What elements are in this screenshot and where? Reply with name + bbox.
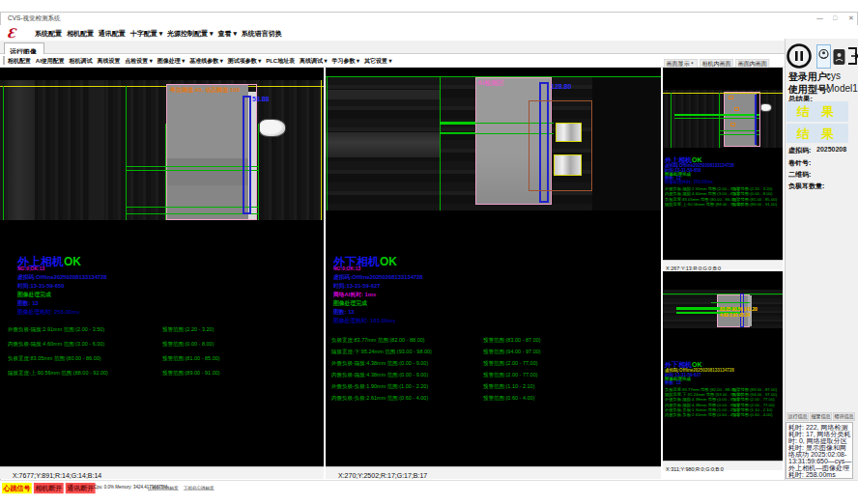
image-band bbox=[592, 76, 661, 210]
toolbar-item-10[interactable]: 学习参数 ▾ bbox=[331, 57, 359, 65]
lower-camera-trigger[interactable]: 下相机心跳触发 bbox=[184, 485, 214, 490]
toolbar-item-8[interactable]: PLC地址表 bbox=[266, 57, 295, 65]
measurement-main: 隔膜宽度-上:90.56mm 范围:(88.00 - 92.00) bbox=[8, 369, 108, 377]
ng-line: NG:0;OK:13 bbox=[17, 266, 44, 271]
minimize-button[interactable]: — bbox=[816, 14, 823, 22]
ai-region-label: AI检测区 bbox=[477, 78, 504, 88]
overlay-green-line bbox=[719, 134, 759, 135]
coord-text: X:7677;Y:891;R:14;G:14;B:14 bbox=[13, 472, 101, 480]
toolbar-item-0[interactable]: 相机配置 bbox=[8, 57, 31, 65]
heartbeat-chip: 心跳信号 bbox=[2, 483, 32, 493]
menu-item-6[interactable]: 系统语言切换 bbox=[242, 29, 282, 39]
image-band bbox=[8, 80, 35, 220]
app-logo-icon: Ɛ bbox=[7, 26, 15, 41]
frame-line: 图数: 13 bbox=[333, 308, 355, 316]
maximize-button[interactable]: □ bbox=[833, 14, 837, 22]
camera-image-left: 53.88 寻边阈值:93, 动态阈值:100 bbox=[0, 80, 324, 220]
toolbar-item-9[interactable]: 离线调试 ▾ bbox=[300, 57, 328, 65]
toolbar-item-6[interactable]: 基准线参数 ▾ bbox=[189, 57, 223, 65]
overlay-green-line bbox=[126, 170, 258, 171]
barcode-line: 虚拟码:Offline20250208133134728 bbox=[17, 273, 107, 281]
done-line: 图像处理完成 bbox=[333, 299, 367, 307]
measurement-main: 隔膜宽度-下:95.24mm 范围:(93.00 - 98.00) bbox=[331, 348, 432, 355]
measurement-main: 负极宽度:83.05mm 范围:(80.00 - 86.00) bbox=[8, 354, 101, 362]
measurement-main: 外侧负极-隔膜:2.91mm 范围:(2.00 - 3.50) bbox=[8, 325, 104, 333]
overlay-blue-rect bbox=[243, 96, 251, 214]
info-tab-2[interactable]: 错误信息 bbox=[833, 412, 855, 421]
login-user-button[interactable] bbox=[816, 44, 831, 69]
info-tab-0[interactable]: 运行信息 bbox=[786, 412, 809, 421]
orange-mark bbox=[730, 123, 735, 126]
measurement-warn: 预警范围:(2.00 - 77.00) bbox=[483, 371, 538, 378]
tab-blob bbox=[760, 103, 772, 112]
roll-pin-label: 卷针号: bbox=[788, 158, 811, 168]
ng-line: NG:0;OK:13 bbox=[333, 266, 360, 271]
exit-button[interactable] bbox=[846, 44, 858, 68]
overlay-green-line bbox=[126, 213, 258, 214]
blue-measure-label: 128.80 bbox=[551, 83, 571, 91]
toolbar-item-4[interactable]: 点检设置 ▾ bbox=[125, 57, 153, 65]
measurement-warn: 预警范围:(1.10 - 2.10) bbox=[483, 382, 534, 390]
app-window: CVS-视觉检测系统 — □ ✕ Ɛ 系统配置相机配置通讯配置十字配置 ▾光源控… bbox=[0, 0, 858, 504]
measurement-main: 内侧负极-隔膜:4.38mm 范围:(0.00 - 9.00) bbox=[331, 371, 428, 378]
toolbar-item-2[interactable]: 相机调试 bbox=[70, 57, 93, 65]
tab-run-image[interactable]: 运行图像 bbox=[4, 42, 44, 54]
comm-status-chip: 通讯断开 bbox=[66, 483, 96, 493]
overlay-yellow-line bbox=[663, 93, 783, 94]
close-button[interactable]: ✕ bbox=[848, 14, 854, 22]
overlay-green-line bbox=[674, 118, 759, 119]
menu-item-5[interactable]: 查看 ▾ bbox=[217, 29, 236, 39]
menu-item-4[interactable]: 光源控制配置 ▾ bbox=[167, 29, 213, 39]
toolbar-item-7[interactable]: 测试项参数 ▾ bbox=[228, 57, 262, 65]
menu-item-2[interactable]: 通讯配置 bbox=[99, 29, 126, 39]
login-user-value: cys bbox=[826, 70, 841, 81]
overlay-green-line bbox=[165, 124, 166, 220]
overlay-green-line bbox=[126, 166, 258, 167]
info-tab-1[interactable]: 报警信息 bbox=[810, 412, 832, 421]
toolbar-item-11[interactable]: 其它设置 ▾ bbox=[364, 57, 392, 65]
toolbar-grip bbox=[3, 56, 5, 65]
user-button[interactable] bbox=[833, 47, 845, 67]
menu-item-0[interactable]: 系统配置 bbox=[35, 29, 62, 39]
measurement-main: 外侧负极-负极:1.90mm 范围:(1.00 - 2.20) bbox=[331, 382, 428, 390]
camera-status-chip: 相机断开 bbox=[34, 483, 64, 493]
image-band bbox=[89, 80, 104, 220]
info-box: 耗时: 222, 网络检测耗时: 17, 网络分类耗时: 0, 网络提取分区耗时… bbox=[786, 422, 853, 479]
time-line: 时间:13-31-59-627 bbox=[333, 282, 380, 290]
overlay-green-line bbox=[674, 114, 759, 116]
pause-button[interactable] bbox=[786, 42, 813, 70]
upper-camera-trigger[interactable]: 上相机心跳触发 bbox=[148, 485, 179, 490]
toolbar-items: 相机配置AI使用配置相机调试离线设置点检设置 ▾图像处理 ▾基准线参数 ▾测试项… bbox=[8, 57, 392, 65]
camera-result-text: OK bbox=[64, 255, 81, 268]
frame-line: 图数: 13 bbox=[17, 299, 39, 307]
measurement-main: 负极宽度:83.77mm 范围:(82.00 - 88.00) bbox=[331, 336, 425, 344]
camera-image-mini-top bbox=[663, 90, 783, 148]
overlay-yellow-line bbox=[321, 80, 322, 220]
coord-text: X:270;Y:2502;R:17;G:17;B:17 bbox=[338, 472, 427, 480]
overlay-green-line bbox=[440, 122, 475, 125]
done-line: 图像处理完成 bbox=[17, 291, 51, 298]
measurement-warn: 预警范围:(83.00 - 87.00) bbox=[483, 336, 541, 344]
overlay-green-line bbox=[719, 93, 720, 148]
measurement-warn: 预警范围:(0.00 - 8.00) bbox=[162, 340, 214, 348]
measurement-warn: 预警范围:(0.60 - 4.00) bbox=[483, 394, 534, 402]
menu-items: 系统配置相机配置通讯配置十字配置 ▾光源控制配置 ▾查看 ▾系统语言切换 bbox=[35, 29, 282, 39]
toolbar-item-1[interactable]: AI使用配置 bbox=[36, 57, 65, 65]
overlay-green-line bbox=[671, 93, 672, 148]
mini-annotation-text: 4.60 2.91 95.24 bbox=[720, 313, 750, 318]
result-box-1: 结 果 bbox=[786, 101, 848, 122]
virtual-code-label: 虚拟码: bbox=[788, 146, 811, 155]
coord-text: X:311;Y:980;R:0;G:0;B:0 bbox=[666, 466, 724, 472]
threshold-overlay-text: 寻边阈值:93, 动态阈值:100 bbox=[170, 86, 240, 94]
menu-item-1[interactable]: 相机配置 bbox=[67, 29, 94, 39]
cost-line: 图像处理耗时: 183.00ms bbox=[333, 317, 395, 324]
measurement-main: 内侧负极-负极:2.61mm 范围:(0.60 - 4.00) bbox=[331, 394, 428, 402]
overlay-yellow-rect bbox=[556, 123, 582, 142]
toolbar-item-3[interactable]: 离线设置 bbox=[97, 57, 120, 65]
overlay-green-line bbox=[126, 86, 127, 220]
overlay-green-line bbox=[719, 130, 759, 131]
menu-item-3[interactable]: 十字配置 ▾ bbox=[130, 29, 162, 39]
blue-measure-label: 53.88 bbox=[252, 96, 270, 103]
overlay-green-line bbox=[440, 76, 441, 210]
toolbar-item-5[interactable]: 图像处理 ▾ bbox=[157, 57, 186, 65]
